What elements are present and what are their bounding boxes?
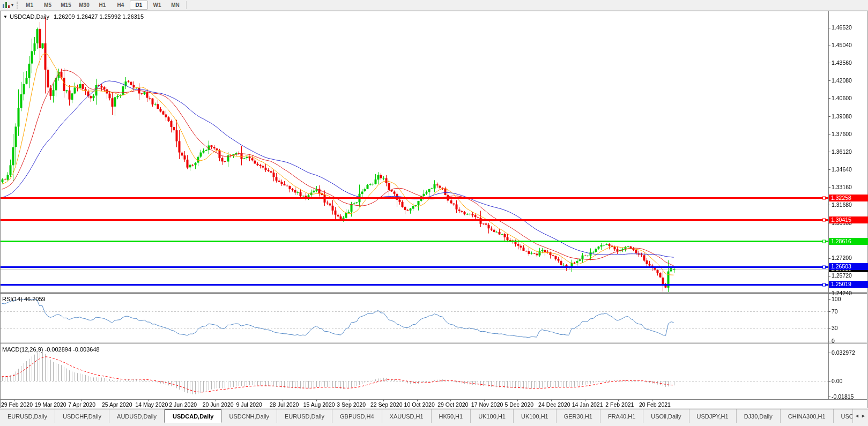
- price-axis-label: 1.33160: [832, 184, 852, 190]
- chart-title: ▼USDCAD,Daily1.26209 1.26427 1.25992 1.2…: [3, 13, 144, 20]
- toolbar-separator: [186, 1, 187, 9]
- timeframe-button-w1[interactable]: W1: [148, 1, 166, 10]
- date-axis-label: 22 Sep 2020: [370, 401, 403, 408]
- date-axis-label: 20 Jun 2020: [203, 401, 234, 408]
- timeframe-button-h1[interactable]: H1: [93, 1, 112, 10]
- price-axis-label: 1.25720: [832, 272, 852, 279]
- date-axis-label: 5 Dec 2020: [505, 401, 533, 408]
- rsi-axis-label: 30: [832, 325, 838, 331]
- timeframe-button-m1[interactable]: M1: [20, 1, 39, 10]
- macd-axis-label: -0.01815: [832, 393, 854, 400]
- tab-usoil-daily[interactable]: USOil,Daily: [643, 409, 689, 423]
- date-axis-label: 19 Mar 2020: [35, 401, 66, 408]
- tab-uk100-h1[interactable]: UK100,H1: [514, 409, 557, 423]
- date-axis-label: 28 Jul 2020: [270, 401, 299, 408]
- price-axis-label: 1.43560: [832, 59, 852, 66]
- date-axis-label: 3 Sep 2020: [337, 401, 366, 408]
- price-axis-label: 1.27200: [832, 255, 852, 261]
- rsi-axis-label: 0: [832, 338, 835, 344]
- timeframe-button-h4[interactable]: H4: [112, 1, 130, 10]
- date-axis-label: 29 Feb 2020: [1, 401, 33, 408]
- date-axis-label: 25 Apr 2020: [102, 401, 132, 408]
- toolbar-grip[interactable]: [17, 2, 18, 9]
- tab-hk50-h1[interactable]: HK50,H1: [432, 409, 471, 423]
- chart-ohlc-values: 1.26209 1.26427 1.25992 1.26315: [54, 13, 144, 20]
- level-price-badge: 1.32258: [829, 195, 868, 201]
- tab-eurusd-daily[interactable]: EURUSD,Daily: [0, 409, 55, 423]
- macd-axis-label: 0.00: [832, 378, 842, 384]
- chart-symbol-label: USDCAD,Daily: [10, 13, 49, 20]
- level-price-badge: 1.30415: [829, 216, 868, 223]
- tab-uk100-h1[interactable]: UK100,H1: [471, 409, 514, 423]
- chart-canvas[interactable]: [0, 0, 868, 426]
- chart-type-icon[interactable]: [2, 2, 11, 9]
- date-axis-label: 17 Nov 2020: [471, 401, 503, 408]
- tab-usoil[interactable]: USOil,: [834, 409, 853, 423]
- tab-usdjpy-h1[interactable]: USDJPY,H1: [689, 409, 737, 423]
- timeframe-toolbar: ▾ M1M5M15M30H1H4D1W1MN: [0, 0, 868, 11]
- tab-usdchf-daily[interactable]: USDCHF,Daily: [55, 409, 109, 423]
- price-axis-label: 1.42080: [832, 77, 852, 84]
- price-axis-label: 1.31680: [832, 201, 852, 208]
- price-axis-label: 1.37600: [832, 131, 852, 137]
- tab-fra40-h1[interactable]: FRA40,H1: [600, 409, 643, 423]
- timeframe-button-m30[interactable]: M30: [75, 1, 93, 10]
- price-axis-label: 1.39080: [832, 113, 852, 119]
- tab-usdcad-daily[interactable]: USDCAD,Daily: [165, 409, 221, 423]
- date-axis-label: 10 Oct 2020: [404, 401, 435, 408]
- macd-axis-label: 0.032972: [832, 349, 855, 356]
- tab-eurusd-daily[interactable]: EURUSD,Daily: [277, 409, 332, 423]
- timeframe-button-mn[interactable]: MN: [166, 1, 184, 10]
- rsi-axis-label: 70: [832, 308, 838, 315]
- level-price-badge: 1.28616: [829, 238, 868, 245]
- tab-ger30-h1[interactable]: GER30,H1: [557, 409, 600, 423]
- level-price-badge: 1.25019: [829, 281, 868, 288]
- date-axis-label: 14 May 2020: [136, 401, 168, 408]
- tab-audusd-daily[interactable]: AUDUSD,Daily: [109, 409, 165, 423]
- price-axis-label: 1.46520: [832, 24, 852, 31]
- tab-dj30-daily[interactable]: DJ30,Daily: [737, 409, 781, 423]
- timeframe-button-m5[interactable]: M5: [39, 1, 57, 10]
- price-axis-label: 1.34640: [832, 166, 852, 173]
- macd-indicator-label: MACD(12,26,9) -0.002894 -0.003648: [2, 346, 100, 353]
- date-axis-label: 24 Dec 2020: [538, 401, 570, 408]
- price-axis-label: 1.40600: [832, 95, 852, 101]
- date-axis-label: 29 Oct 2020: [437, 401, 468, 408]
- timeframe-button-m15[interactable]: M15: [57, 1, 75, 10]
- date-axis-label: 20 Feb 2021: [639, 401, 671, 408]
- date-axis-label: 9 Jul 2020: [236, 401, 262, 408]
- tab-scroll-left-icon[interactable]: ◄: [855, 409, 859, 423]
- collapse-triangle-icon[interactable]: ▼: [3, 14, 8, 19]
- timeframe-button-d1[interactable]: D1: [130, 1, 148, 10]
- date-axis-label: 15 Aug 2020: [303, 401, 335, 408]
- date-axis-label: 7 Apr 2020: [68, 401, 95, 408]
- tab-scroll-right-icon[interactable]: ►: [861, 409, 866, 423]
- level-price-badge: 1.26503: [829, 263, 868, 270]
- dropdown-caret-icon[interactable]: ▾: [11, 3, 13, 8]
- rsi-axis-label: 100: [832, 296, 841, 302]
- tab-xauusd-h1[interactable]: XAUUSD,H1: [382, 409, 432, 423]
- tab-china300-h1[interactable]: CHINA300,H1: [781, 409, 834, 423]
- date-axis-label: 2 Jun 2020: [169, 401, 197, 408]
- price-axis-label: 1.36120: [832, 148, 852, 155]
- tab-usdcnh-daily[interactable]: USDCNH,Daily: [221, 409, 277, 423]
- symbol-tab-bar: EURUSD,DailyUSDCHF,DailyAUDUSD,DailyUSDC…: [0, 409, 868, 423]
- date-axis-label: 2 Feb 2021: [605, 401, 634, 408]
- price-axis-label: 1.45040: [832, 42, 852, 48]
- rsi-indicator-label: RSI(14) 46.2059: [2, 296, 46, 302]
- date-axis-label: 14 Jan 2021: [572, 401, 603, 408]
- tab-gbpusd-h4[interactable]: GBPUSD,H4: [332, 409, 382, 423]
